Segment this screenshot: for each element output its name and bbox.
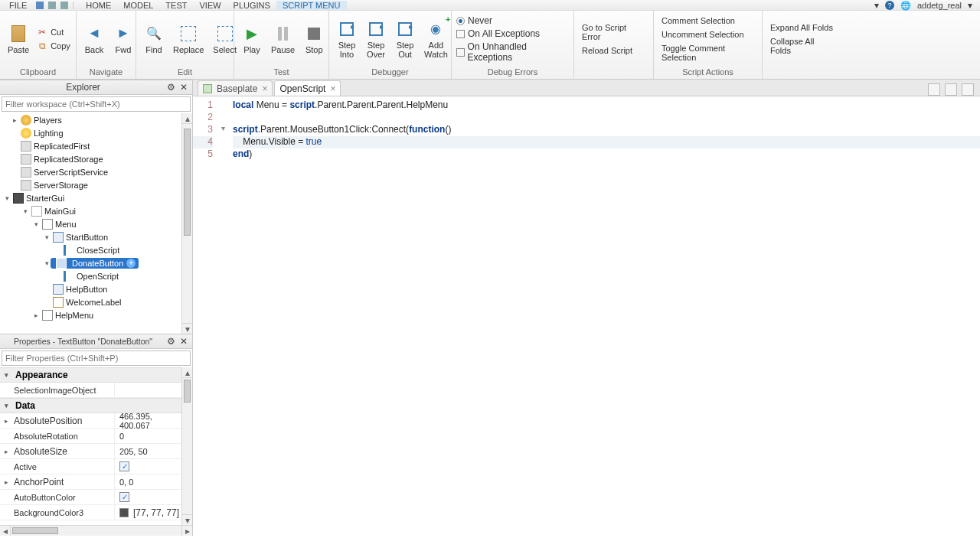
reload-script-button[interactable]: Reload Script	[579, 44, 648, 57]
tree-sgui[interactable]: ▾StarterGui	[0, 191, 181, 204]
play-button[interactable]: Play	[239, 22, 265, 56]
tree-helpmenu[interactable]: ▸HelpMenu	[0, 308, 181, 321]
tree-repstore[interactable]: ReplicatedStorage	[0, 152, 181, 165]
properties-filter-input[interactable]	[2, 350, 191, 366]
prop-anchor[interactable]: ▸AnchorPoint0, 0	[0, 474, 181, 490]
goto-error-button[interactable]: Go to Script Error	[579, 21, 648, 43]
help-icon[interactable]: ?	[885, 1, 894, 10]
tree-startbtn[interactable]: ▾StartButton	[0, 230, 181, 243]
scroll-down-icon[interactable]: ▾	[182, 514, 192, 525]
uncomment-button[interactable]: Uncomment Selection	[658, 28, 757, 41]
expand-folds-button[interactable]: Expand All Folds	[767, 21, 838, 34]
prop-abssize[interactable]: ▸AbsoluteSize205, 50	[0, 444, 181, 459]
prop-selimg[interactable]: SelectionImageObject	[0, 383, 181, 398]
fwd-button[interactable]: Fwd	[110, 22, 136, 56]
code-editor[interactable]: 12345 ▾ local Menu = script.Parent.Paren…	[193, 96, 980, 551]
add-child-icon[interactable]: +	[126, 259, 136, 268]
qat-save-icon[interactable]	[36, 2, 44, 9]
step-over-button[interactable]: Step Over	[363, 18, 389, 60]
replace-button[interactable]: Replace	[170, 22, 207, 56]
pause-button[interactable]: Pause	[268, 22, 298, 56]
tree-closescript[interactable]: CloseScript	[0, 243, 181, 256]
checkbox-icon[interactable]: ✓	[119, 461, 129, 471]
scroll-up-icon[interactable]: ▴	[182, 113, 192, 124]
explorer-tree[interactable]: ▸Players Lighting ReplicatedFirst Replic…	[0, 113, 181, 334]
close-icon[interactable]: ×	[262, 83, 267, 94]
tree-helpbtn[interactable]: HelpButton	[0, 282, 181, 295]
tab-openscript[interactable]: OpenScript×	[274, 80, 341, 96]
explorer-filter-input[interactable]	[2, 96, 191, 112]
menu-test[interactable]: TEST	[159, 1, 193, 10]
prop-absrot[interactable]: AbsoluteRotation0	[0, 429, 181, 444]
preview-icon[interactable]	[945, 83, 957, 96]
menu-view[interactable]: VIEW	[193, 1, 227, 10]
properties-scrollbar[interactable]: ▴ ▾	[181, 367, 192, 525]
tree-welcome[interactable]: WelcomeLabel	[0, 295, 181, 308]
scroll-left-icon[interactable]: ◂	[0, 526, 11, 536]
qat-redo-icon[interactable]	[60, 2, 68, 9]
tree-openscript[interactable]: OpenScript	[0, 269, 181, 282]
on-all-check[interactable]: On All Exceptions	[456, 28, 569, 40]
add-watch-button[interactable]: Add Watch	[421, 18, 451, 60]
menu-file[interactable]: FILE	[3, 1, 33, 10]
copy-button[interactable]: ⧉Copy	[35, 40, 72, 52]
comment-button[interactable]: Comment Selection	[658, 15, 757, 27]
prop-abspos[interactable]: ▸AbsolutePosition466.395, 400.067	[0, 413, 181, 429]
replace-icon	[181, 26, 196, 41]
scroll-up-icon[interactable]: ▴	[182, 367, 192, 378]
tree-lighting[interactable]: Lighting	[0, 126, 181, 139]
globe-icon[interactable]	[900, 0, 911, 11]
qat-undo-icon[interactable]	[48, 2, 56, 9]
editor-tabs: Baseplate× OpenScript×	[193, 80, 980, 96]
ui-toggle-icon[interactable]	[928, 83, 940, 96]
menu-script[interactable]: SCRIPT MENU	[276, 1, 347, 10]
menu-plugins[interactable]: PLUGINS	[227, 1, 276, 10]
step-into-button[interactable]: Step Into	[334, 18, 360, 60]
close-icon[interactable]: ×	[330, 83, 335, 94]
gear-icon[interactable]	[165, 82, 176, 93]
fold-column[interactable]: ▾	[217, 96, 228, 551]
cut-button[interactable]: ✂Cut	[35, 26, 72, 38]
checkbox-icon[interactable]: ✓	[119, 492, 129, 502]
source[interactable]: local Menu = script.Parent.Parent.Parent…	[228, 96, 980, 551]
gear-icon[interactable]	[165, 336, 176, 347]
popout-icon[interactable]	[962, 83, 974, 96]
scroll-thumb[interactable]	[184, 129, 191, 236]
prop-autocolor[interactable]: AutoButtonColor✓	[0, 490, 181, 505]
tab-baseplate[interactable]: Baseplate×	[198, 80, 273, 96]
tree-players[interactable]: ▸Players	[0, 113, 181, 126]
step-out-button[interactable]: Step Out	[392, 18, 418, 60]
tree-repfirst[interactable]: ReplicatedFirst	[0, 139, 181, 152]
tree-sss[interactable]: ServerScriptService	[0, 165, 181, 178]
prop-bgcolor[interactable]: BackgroundColor3[77, 77, 77]	[0, 505, 181, 520]
collapse-folds-button[interactable]: Collapse All Folds	[767, 35, 838, 57]
menu-model[interactable]: MODEL	[117, 1, 159, 10]
menu-home[interactable]: HOME	[80, 1, 117, 10]
group-navigate: Back Fwd Navigate	[77, 11, 136, 79]
tree-menu[interactable]: ▾Menu	[0, 217, 181, 230]
close-icon[interactable]	[178, 336, 189, 347]
properties-hscroll[interactable]: ◂ ▸	[0, 525, 192, 536]
tree-donatebtn[interactable]: ▾DonateButton+	[0, 256, 181, 269]
cat-appearance[interactable]: ▾Appearance	[0, 367, 181, 383]
back-button[interactable]: Back	[81, 22, 107, 56]
prop-active[interactable]: Active✓	[0, 459, 181, 474]
scroll-thumb[interactable]	[184, 380, 191, 403]
scroll-right-icon[interactable]: ▸	[181, 526, 192, 536]
scroll-down-icon[interactable]: ▾	[182, 323, 192, 334]
find-button[interactable]: Find	[141, 22, 167, 56]
properties-list[interactable]: ▾Appearance SelectionImageObject ▾Data ▸…	[0, 367, 181, 525]
on-unh-check[interactable]: On Unhandled Exceptions	[456, 41, 569, 64]
stop-button[interactable]: Stop	[301, 22, 327, 56]
collapse-ribbon-icon[interactable]	[874, 0, 879, 11]
tree-sstore[interactable]: ServerStorage	[0, 178, 181, 191]
paste-button[interactable]: Paste	[5, 22, 32, 56]
toggle-comment-button[interactable]: Toggle Comment Selection	[658, 42, 757, 64]
group-title-scriptactions: Script Actions	[658, 66, 757, 79]
never-radio[interactable]: Never	[456, 15, 569, 27]
user-menu-icon[interactable]	[968, 0, 972, 11]
scroll-thumb[interactable]	[12, 527, 58, 534]
close-icon[interactable]	[178, 82, 189, 93]
tree-maingui[interactable]: ▾MainGui	[0, 204, 181, 217]
explorer-scrollbar[interactable]: ▴ ▾	[181, 113, 192, 334]
